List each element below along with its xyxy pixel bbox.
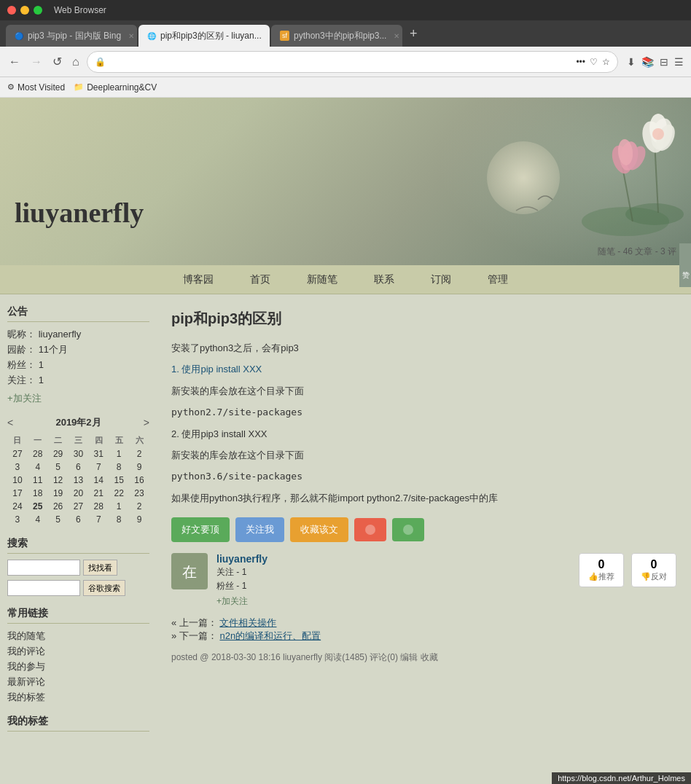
cal-d-8b[interactable]: 8 <box>109 513 129 526</box>
cal-d-16[interactable]: 16 <box>129 474 149 487</box>
vote-against-label[interactable]: 👎反对 <box>641 571 667 582</box>
cal-d-12[interactable]: 12 <box>48 474 69 487</box>
nav-contact[interactable]: 联系 <box>374 273 394 286</box>
close-button[interactable] <box>7 6 16 15</box>
tab-1[interactable]: 🔵 pip3 与pip - 国内版 Bing ✕ <box>6 25 137 47</box>
cal-d-19[interactable]: 19 <box>48 487 69 500</box>
calendar-title: 2019年2月 <box>55 416 101 429</box>
search-input-1[interactable] <box>7 560 80 576</box>
cal-d-30[interactable]: 30 <box>69 447 89 460</box>
cal-d-20[interactable]: 20 <box>69 487 89 500</box>
calendar-next[interactable]: > <box>144 417 149 428</box>
author-fans-count: 粉丝 - 1 <box>216 580 570 592</box>
btn-follow[interactable]: 关注我 <box>235 517 284 542</box>
sidebar-icon[interactable]: ⊟ <box>658 55 670 69</box>
cal-d-8[interactable]: 8 <box>109 460 129 474</box>
back-button[interactable]: ← <box>6 52 23 71</box>
cal-d-10[interactable]: 10 <box>7 474 28 487</box>
cal-d-9a[interactable]: 9 <box>129 460 149 474</box>
author-name[interactable]: liuyanerfly <box>216 553 570 565</box>
cal-d-4[interactable]: 4 <box>28 460 48 474</box>
cal-d-7b[interactable]: 7 <box>88 513 109 526</box>
link-my-participation[interactable]: 我的参与 <box>7 660 149 673</box>
btn-wechat[interactable] <box>392 518 424 542</box>
tab-2-close[interactable]: ✕ <box>269 32 270 40</box>
nav-new-post[interactable]: 新随笔 <box>307 273 337 286</box>
cal-d-25-today[interactable]: 25 <box>28 500 48 513</box>
address-bar[interactable]: 🔒 https://www.cnblogs.com/liuyanerfly/p/… <box>87 51 618 73</box>
search-input-2[interactable] <box>7 580 80 596</box>
btn-weibo[interactable] <box>354 518 386 542</box>
forward-button[interactable]: → <box>28 52 45 71</box>
svg-point-12 <box>652 128 664 140</box>
cal-d-22[interactable]: 22 <box>109 487 129 500</box>
sidebar-add-follow[interactable]: +加关注 <box>7 392 42 405</box>
cal-d-1b[interactable]: 1 <box>109 500 129 513</box>
cal-d-27b[interactable]: 27 <box>69 500 89 513</box>
cal-d-17[interactable]: 17 <box>7 487 28 500</box>
cal-d-26[interactable]: 26 <box>48 500 69 513</box>
cal-d-3a[interactable]: 3 <box>7 460 28 474</box>
link-latest-comments[interactable]: 最新评论 <box>7 675 149 689</box>
deeplearning-bookmark[interactable]: 📁 Deeplearning&CV <box>74 82 157 93</box>
link-my-comments[interactable]: 我的评论 <box>7 645 149 658</box>
download-icon[interactable]: ⬇ <box>625 55 637 69</box>
cal-d-13[interactable]: 13 <box>69 474 89 487</box>
link-my-tags[interactable]: 我的标签 <box>7 691 149 704</box>
url-input[interactable]: https://www.cnblogs.com/liuyanerfly/p/86… <box>110 57 572 67</box>
cal-d-2b[interactable]: 2 <box>129 500 149 513</box>
search-btn-2[interactable]: 谷歌搜索 <box>83 580 125 596</box>
cal-d-27[interactable]: 27 <box>7 447 28 460</box>
cal-h-tue: 二 <box>48 434 69 447</box>
nav-manage[interactable]: 管理 <box>488 273 508 286</box>
new-tab-button[interactable]: + <box>404 26 423 42</box>
calendar-prev[interactable]: < <box>7 417 13 428</box>
cal-d-6b[interactable]: 6 <box>69 513 89 526</box>
cal-d-28[interactable]: 28 <box>28 447 48 460</box>
reload-button[interactable]: ↺ <box>50 52 65 71</box>
bookmarks-icon[interactable]: 📚 <box>640 55 655 69</box>
most-visited-bookmark[interactable]: ⚙ Most Visited <box>7 82 65 93</box>
nav-bokeyuan[interactable]: 博客园 <box>183 273 214 286</box>
cal-d-9b[interactable]: 9 <box>129 513 149 526</box>
cal-d-3b[interactable]: 3 <box>7 513 28 526</box>
cal-d-31[interactable]: 31 <box>88 447 109 460</box>
cal-d-5b[interactable]: 5 <box>48 513 69 526</box>
tab-2[interactable]: 🌐 pip和pip3的区别 - liuyan... ✕ <box>138 25 270 47</box>
author-add-follow[interactable]: +加关注 <box>216 595 570 608</box>
cal-d-15[interactable]: 15 <box>109 474 129 487</box>
maximize-button[interactable] <box>34 6 42 15</box>
window-controls <box>7 6 42 15</box>
cal-d-11[interactable]: 11 <box>28 474 48 487</box>
cal-d-1a[interactable]: 1 <box>109 447 129 460</box>
right-sidebar-tab[interactable]: 赞 <box>679 243 691 287</box>
minimize-button[interactable] <box>20 6 29 15</box>
cal-d-4b[interactable]: 4 <box>28 513 48 526</box>
vote-recommend-label[interactable]: 👍推荐 <box>588 571 614 582</box>
btn-good[interactable]: 好文要顶 <box>171 517 230 542</box>
cal-d-24[interactable]: 24 <box>7 500 28 513</box>
cal-d-2a[interactable]: 2 <box>129 447 149 460</box>
prev-link[interactable]: 文件相关操作 <box>219 617 276 628</box>
tab-1-close[interactable]: ✕ <box>128 32 134 40</box>
nav-subscribe[interactable]: 订阅 <box>431 273 451 286</box>
link-my-posts[interactable]: 我的随笔 <box>7 630 149 643</box>
cal-d-28b[interactable]: 28 <box>88 500 109 513</box>
nav-home[interactable]: 首页 <box>250 273 270 286</box>
cal-d-21[interactable]: 21 <box>88 487 109 500</box>
next-link[interactable]: n2n的编译和运行、配置 <box>219 630 321 641</box>
tab-3-close[interactable]: ✕ <box>394 32 399 40</box>
tab-3[interactable]: sf python3中的pip和pip3... ✕ <box>271 25 402 47</box>
cal-d-6[interactable]: 6 <box>69 460 89 474</box>
cal-d-7[interactable]: 7 <box>88 460 109 474</box>
search-btn-1[interactable]: 找找看 <box>83 560 117 576</box>
cal-d-29[interactable]: 29 <box>48 447 69 460</box>
cal-d-18[interactable]: 18 <box>28 487 48 500</box>
menu-icon[interactable]: ☰ <box>673 55 685 69</box>
home-button[interactable]: ⌂ <box>69 52 82 71</box>
cal-d-5[interactable]: 5 <box>48 460 69 474</box>
post-nav: « 上一篇： 文件相关操作 » 下一篇： n2n的编译和运行、配置 <box>171 616 676 643</box>
cal-d-14[interactable]: 14 <box>88 474 109 487</box>
cal-d-23[interactable]: 23 <box>129 487 149 500</box>
btn-collect[interactable]: 收藏该文 <box>290 517 348 542</box>
